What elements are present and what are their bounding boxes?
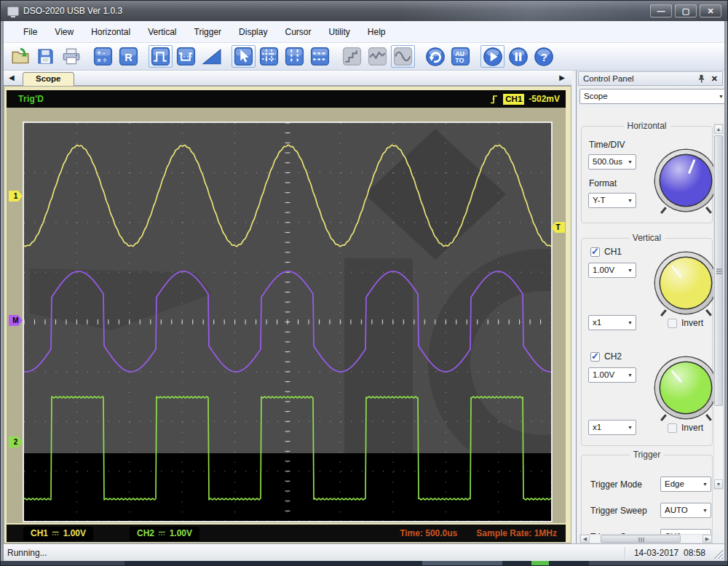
tab-scope[interactable]: Scope [23, 72, 74, 86]
menu-cursor[interactable]: Cursor [277, 24, 319, 40]
ch1-enable-checkbox[interactable] [590, 247, 600, 257]
svg-text:× ÷: × ÷ [97, 57, 106, 64]
ch1-position-knob[interactable] [655, 252, 716, 314]
dc-coupling-icon [52, 530, 60, 537]
menu-display[interactable]: Display [231, 24, 275, 40]
save-button[interactable] [33, 45, 58, 68]
run-button[interactable] [480, 45, 505, 68]
print-icon [61, 47, 82, 67]
svg-text:R: R [124, 52, 132, 63]
grid-icon [259, 47, 279, 66]
ch1-checkbox-label: CH1 [604, 247, 622, 257]
minimize-button[interactable]: — [650, 4, 672, 17]
trigger-status-bar: Trig'D CH1 -502mV [7, 90, 566, 108]
sine-wave-button [391, 45, 415, 68]
ch1-readout: CH1 1.00V [23, 527, 93, 541]
sample-rate-readout: Sample Rate: 1MHz [476, 528, 557, 538]
tab-scroll-left-icon[interactable]: ◀ [9, 73, 15, 82]
trigger-sweep-label: Trigger Sweep [590, 506, 647, 516]
panel-vertical-scrollbar[interactable]: ▲ ▼ [713, 124, 724, 490]
trigger-group-title: Trigger [630, 450, 665, 460]
ch1-readout-label: CH1 [31, 528, 48, 538]
horizontal-cursors-icon [310, 47, 330, 66]
horizontal-position-knob[interactable] [655, 150, 716, 211]
time-div-dropdown[interactable]: 500.0us [588, 154, 636, 170]
tab-strip: ◀ Scope ▶ [4, 71, 571, 86]
run-icon [483, 47, 503, 67]
scroll-right-icon[interactable]: ▶ [703, 535, 712, 543]
vertical-scroll-thumb[interactable] [714, 135, 723, 406]
format-dropdown[interactable]: Y-T [588, 193, 636, 208]
ch1-invert-checkbox[interactable] [668, 319, 677, 328]
autoset-icon: AUTO [451, 47, 470, 66]
menu-trigger[interactable]: Trigger [186, 24, 230, 40]
ch2-position-knob[interactable] [655, 357, 716, 418]
reference-button[interactable]: R [116, 45, 141, 68]
toolbar: + -× ÷RAUTO? [4, 43, 724, 71]
ramp-icon [202, 47, 222, 67]
trigger-mode-value: Edge [665, 479, 684, 488]
pointer-button[interactable] [232, 45, 256, 68]
help-button[interactable]: ? [531, 45, 555, 68]
pulse-rise-button[interactable] [149, 45, 173, 68]
grid-button[interactable] [257, 45, 281, 68]
menu-view[interactable]: View [47, 24, 82, 40]
refresh-button[interactable] [423, 45, 447, 68]
close-button[interactable]: ✕ [700, 4, 721, 17]
menu-file[interactable]: File [15, 24, 45, 40]
status-datetime: 14-03-2017 08:58 [634, 548, 705, 558]
scroll-up-icon[interactable]: ▲ [714, 124, 723, 134]
panel-selector-dropdown[interactable]: Scope [579, 89, 727, 104]
ch2-volts-dropdown[interactable]: 1.00V [588, 367, 636, 383]
ch2-invert-label: Invert [681, 423, 703, 433]
panel-close-icon[interactable]: ✕ [711, 75, 718, 82]
pin-icon[interactable] [697, 74, 705, 83]
ch1-volts-dropdown[interactable]: 1.00V [588, 263, 636, 278]
control-panel: Control Panel ✕ Scope Horizontal Ti [576, 71, 724, 543]
time-div-value: 500.0us [593, 157, 622, 166]
open-button[interactable] [8, 45, 32, 68]
resize-grip[interactable] [713, 549, 723, 559]
menu-horizontal[interactable]: Horizontal [83, 24, 138, 40]
trigger-mode-dropdown[interactable]: Edge [660, 477, 711, 492]
ch1-invert-label: Invert [681, 318, 703, 328]
tab-scroll-right-icon[interactable]: ▶ [559, 73, 565, 82]
vertical-group-title: Vertical [629, 233, 665, 243]
scroll-left-icon[interactable]: ◀ [580, 535, 590, 543]
autoset-button[interactable]: AUTO [448, 45, 472, 68]
trigger-source-dropdown[interactable]: CH1 [660, 529, 711, 534]
waveform-plot [24, 123, 551, 521]
vertical-group: Vertical CH1 1.00V x1 [581, 238, 713, 446]
pulse-fall-icon [176, 47, 196, 66]
menu-utility[interactable]: Utility [320, 24, 357, 40]
ch1-probe-dropdown[interactable]: x1 [588, 315, 636, 330]
refresh-icon [425, 47, 446, 67]
ch2-scale-value: 1.00V [170, 528, 192, 538]
maximize-button[interactable]: ▢ [675, 4, 697, 17]
menu-help[interactable]: Help [360, 24, 394, 40]
ch2-enable-checkbox[interactable] [590, 352, 600, 362]
print-button[interactable] [59, 45, 83, 68]
ch2-probe-dropdown[interactable]: x1 [588, 420, 636, 435]
trigger-group: Trigger Trigger Mode Edge Trigger Sweep … [581, 455, 713, 534]
horizontal-cursors-button[interactable] [308, 45, 332, 68]
ramp-button[interactable] [199, 45, 223, 68]
format-label: Format [589, 178, 617, 188]
scroll-down-icon[interactable]: ▼ [714, 479, 723, 489]
trigger-sweep-dropdown[interactable]: AUTO [660, 503, 711, 518]
save-icon [36, 47, 55, 66]
math-button[interactable]: + -× ÷ [91, 45, 115, 68]
menu-vertical[interactable]: Vertical [140, 24, 184, 40]
panel-horizontal-scrollbar[interactable]: ◀ ▶ [579, 534, 713, 543]
pause-button[interactable] [506, 45, 530, 68]
app-window: DSO-2020 USB Ver 1.0.3 — ▢ ✕ FileViewHor… [0, 0, 728, 566]
control-panel-title: Control Panel [583, 74, 634, 83]
trigger-source-badge: CH1 [503, 94, 524, 105]
rising-edge-icon [489, 93, 499, 105]
ch2-invert-checkbox[interactable] [668, 423, 677, 433]
horizontal-scroll-thumb[interactable] [601, 535, 681, 543]
pulse-fall-button[interactable] [174, 45, 198, 68]
panel-selector-value: Scope [584, 92, 608, 100]
sine-wave-icon [393, 47, 413, 66]
vertical-cursors-button[interactable] [282, 45, 306, 68]
